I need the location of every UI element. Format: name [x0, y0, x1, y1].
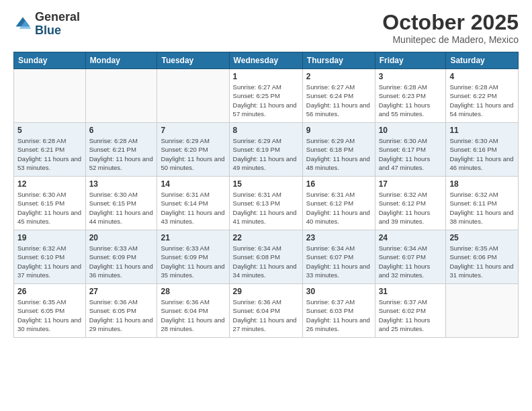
calendar-week-5: 26Sunrise: 6:35 AMSunset: 6:05 PMDayligh… — [14, 284, 519, 338]
table-row: 2Sunrise: 6:27 AMSunset: 6:24 PMDaylight… — [302, 69, 375, 123]
day-info: Sunrise: 6:27 AMSunset: 6:25 PMDaylight:… — [233, 83, 299, 118]
table-row: 27Sunrise: 6:36 AMSunset: 6:05 PMDayligh… — [85, 284, 157, 338]
day-number: 8 — [233, 126, 299, 135]
day-info: Sunrise: 6:33 AMSunset: 6:09 PMDaylight:… — [89, 244, 154, 279]
logo-icon — [13, 15, 32, 34]
day-number: 5 — [17, 126, 82, 135]
table-row: 5Sunrise: 6:28 AMSunset: 6:21 PMDaylight… — [14, 123, 86, 177]
calendar-week-1: 1Sunrise: 6:27 AMSunset: 6:25 PMDaylight… — [14, 69, 519, 123]
day-number: 10 — [379, 126, 443, 135]
day-number: 2 — [306, 72, 371, 81]
table-row — [446, 284, 519, 338]
table-row: 18Sunrise: 6:32 AMSunset: 6:11 PMDayligh… — [446, 177, 519, 230]
day-info: Sunrise: 6:31 AMSunset: 6:13 PMDaylight:… — [233, 190, 299, 226]
table-row — [85, 69, 157, 123]
day-number: 9 — [306, 126, 371, 135]
header-sunday: Sunday — [14, 52, 86, 69]
day-info: Sunrise: 6:28 AMSunset: 6:21 PMDaylight:… — [17, 136, 82, 172]
day-number: 17 — [379, 179, 443, 189]
day-number: 25 — [449, 233, 515, 242]
table-row: 23Sunrise: 6:34 AMSunset: 6:07 PMDayligh… — [302, 230, 375, 284]
day-info: Sunrise: 6:30 AMSunset: 6:15 PMDaylight:… — [17, 190, 82, 226]
day-number: 1 — [233, 72, 299, 81]
logo: General Blue — [13, 11, 80, 38]
header-saturday: Saturday — [446, 52, 519, 69]
day-number: 14 — [161, 179, 225, 189]
day-info: Sunrise: 6:35 AMSunset: 6:05 PMDaylight:… — [17, 298, 82, 333]
day-info: Sunrise: 6:30 AMSunset: 6:16 PMDaylight:… — [449, 136, 515, 172]
calendar-header-row: Sunday Monday Tuesday Wednesday Thursday… — [14, 52, 519, 69]
day-info: Sunrise: 6:30 AMSunset: 6:17 PMDaylight:… — [379, 136, 443, 172]
table-row: 13Sunrise: 6:30 AMSunset: 6:15 PMDayligh… — [85, 177, 157, 230]
day-number: 30 — [306, 287, 371, 296]
day-info: Sunrise: 6:33 AMSunset: 6:09 PMDaylight:… — [161, 244, 225, 279]
table-row: 25Sunrise: 6:35 AMSunset: 6:06 PMDayligh… — [446, 230, 519, 284]
table-row: 10Sunrise: 6:30 AMSunset: 6:17 PMDayligh… — [375, 123, 446, 177]
day-info: Sunrise: 6:37 AMSunset: 6:02 PMDaylight:… — [379, 298, 443, 333]
table-row: 22Sunrise: 6:34 AMSunset: 6:08 PMDayligh… — [229, 230, 302, 284]
day-number: 19 — [17, 233, 82, 242]
day-info: Sunrise: 6:32 AMSunset: 6:10 PMDaylight:… — [17, 244, 82, 279]
calendar-week-4: 19Sunrise: 6:32 AMSunset: 6:10 PMDayligh… — [14, 230, 519, 284]
day-number: 3 — [379, 72, 443, 81]
table-row: 8Sunrise: 6:29 AMSunset: 6:19 PMDaylight… — [229, 123, 302, 177]
day-number: 31 — [379, 287, 443, 296]
day-info: Sunrise: 6:27 AMSunset: 6:24 PMDaylight:… — [306, 83, 371, 118]
day-number: 4 — [449, 72, 515, 81]
table-row: 14Sunrise: 6:31 AMSunset: 6:14 PMDayligh… — [157, 177, 229, 230]
day-info: Sunrise: 6:34 AMSunset: 6:07 PMDaylight:… — [306, 244, 371, 279]
day-info: Sunrise: 6:34 AMSunset: 6:08 PMDaylight:… — [233, 244, 299, 279]
day-info: Sunrise: 6:28 AMSunset: 6:22 PMDaylight:… — [449, 83, 515, 118]
day-info: Sunrise: 6:32 AMSunset: 6:12 PMDaylight:… — [379, 190, 443, 226]
logo-general-text: General — [35, 10, 80, 24]
day-info: Sunrise: 6:31 AMSunset: 6:12 PMDaylight:… — [306, 190, 371, 226]
page-container: General Blue October 2025 Munitepec de M… — [0, 0, 532, 411]
location-subtitle: Munitepec de Madero, Mexico — [382, 34, 519, 45]
table-row: 16Sunrise: 6:31 AMSunset: 6:12 PMDayligh… — [302, 177, 375, 230]
day-number: 24 — [379, 233, 443, 242]
day-info: Sunrise: 6:31 AMSunset: 6:14 PMDaylight:… — [161, 190, 225, 226]
table-row: 24Sunrise: 6:34 AMSunset: 6:07 PMDayligh… — [375, 230, 446, 284]
day-info: Sunrise: 6:34 AMSunset: 6:07 PMDaylight:… — [379, 244, 443, 279]
day-number: 7 — [161, 126, 225, 135]
table-row: 21Sunrise: 6:33 AMSunset: 6:09 PMDayligh… — [157, 230, 229, 284]
day-info: Sunrise: 6:28 AMSunset: 6:21 PMDaylight:… — [89, 136, 154, 172]
table-row: 6Sunrise: 6:28 AMSunset: 6:21 PMDaylight… — [85, 123, 157, 177]
table-row — [14, 69, 86, 123]
header-monday: Monday — [85, 52, 157, 69]
table-row: 11Sunrise: 6:30 AMSunset: 6:16 PMDayligh… — [446, 123, 519, 177]
table-row: 29Sunrise: 6:36 AMSunset: 6:04 PMDayligh… — [229, 284, 302, 338]
table-row: 31Sunrise: 6:37 AMSunset: 6:02 PMDayligh… — [375, 284, 446, 338]
calendar-week-2: 5Sunrise: 6:28 AMSunset: 6:21 PMDaylight… — [14, 123, 519, 177]
table-row: 9Sunrise: 6:29 AMSunset: 6:18 PMDaylight… — [302, 123, 375, 177]
table-row: 20Sunrise: 6:33 AMSunset: 6:09 PMDayligh… — [85, 230, 157, 284]
day-number: 29 — [233, 287, 299, 296]
day-info: Sunrise: 6:35 AMSunset: 6:06 PMDaylight:… — [449, 244, 515, 279]
month-title: October 2025 — [382, 11, 519, 34]
day-info: Sunrise: 6:32 AMSunset: 6:11 PMDaylight:… — [449, 190, 515, 226]
day-number: 21 — [161, 233, 225, 242]
day-info: Sunrise: 6:29 AMSunset: 6:18 PMDaylight:… — [306, 136, 371, 172]
calendar-week-3: 12Sunrise: 6:30 AMSunset: 6:15 PMDayligh… — [14, 177, 519, 230]
header-tuesday: Tuesday — [157, 52, 229, 69]
day-number: 28 — [161, 287, 225, 296]
title-block: October 2025 Munitepec de Madero, Mexico — [382, 11, 519, 45]
day-info: Sunrise: 6:30 AMSunset: 6:15 PMDaylight:… — [89, 190, 154, 226]
day-number: 22 — [233, 233, 299, 242]
logo-blue-text: Blue — [35, 24, 61, 37]
day-number: 16 — [306, 179, 371, 189]
table-row: 28Sunrise: 6:36 AMSunset: 6:04 PMDayligh… — [157, 284, 229, 338]
table-row: 3Sunrise: 6:28 AMSunset: 6:23 PMDaylight… — [375, 69, 446, 123]
day-info: Sunrise: 6:36 AMSunset: 6:04 PMDaylight:… — [233, 298, 299, 333]
header-thursday: Thursday — [302, 52, 375, 69]
day-number: 6 — [89, 126, 154, 135]
day-number: 23 — [306, 233, 371, 242]
day-info: Sunrise: 6:29 AMSunset: 6:20 PMDaylight:… — [161, 136, 225, 172]
day-info: Sunrise: 6:37 AMSunset: 6:03 PMDaylight:… — [306, 298, 371, 333]
table-row: 12Sunrise: 6:30 AMSunset: 6:15 PMDayligh… — [14, 177, 86, 230]
day-number: 18 — [449, 179, 515, 189]
table-row: 17Sunrise: 6:32 AMSunset: 6:12 PMDayligh… — [375, 177, 446, 230]
table-row: 30Sunrise: 6:37 AMSunset: 6:03 PMDayligh… — [302, 284, 375, 338]
table-row: 26Sunrise: 6:35 AMSunset: 6:05 PMDayligh… — [14, 284, 86, 338]
day-info: Sunrise: 6:36 AMSunset: 6:04 PMDaylight:… — [161, 298, 225, 333]
